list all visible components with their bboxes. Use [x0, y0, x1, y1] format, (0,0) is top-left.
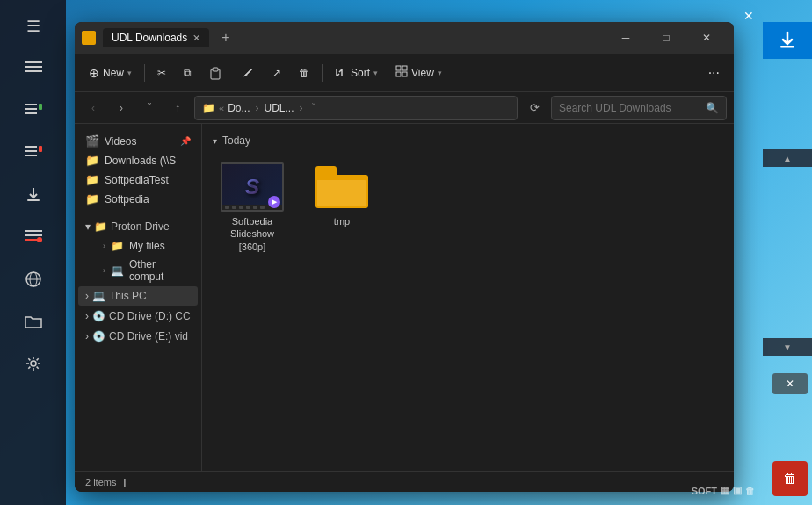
tab-close-icon[interactable]: ✕ [192, 32, 200, 44]
new-tab-button[interactable]: + [216, 28, 235, 47]
path-separator-1: « [219, 103, 224, 113]
section-label-text: Today [222, 134, 250, 147]
svg-rect-24 [402, 66, 407, 70]
share-icon: ↗ [272, 67, 281, 79]
paste-icon [209, 66, 223, 80]
videos-icon: 🎬 [85, 134, 99, 148]
maximize-button[interactable]: □ [646, 22, 686, 54]
myfiles-icon: 📁 [111, 240, 124, 252]
film-hole [239, 206, 243, 209]
toolbar-separator-2 [322, 64, 323, 82]
othercomputer-expand-icon: › [103, 266, 105, 275]
watermark: SOFT ▦ ▣ 🗑 [692, 485, 755, 496]
file-item-folder[interactable]: tmp [302, 157, 381, 258]
file-area: ▾ Today [202, 124, 734, 471]
section-today[interactable]: ▾ Today [213, 134, 723, 147]
paste-button[interactable] [202, 61, 230, 84]
minimize-button[interactable]: ─ [605, 22, 646, 54]
folder-thumbnail [310, 162, 373, 212]
share-button[interactable]: ↗ [265, 62, 288, 83]
address-path[interactable]: 📁 « Do... › UDL... › ˅ [194, 96, 518, 120]
sidebar-label-othercomputer: Other comput [129, 258, 191, 283]
rename-button[interactable] [234, 61, 262, 84]
watermark-icon2: ▣ [733, 485, 742, 496]
scroll-up-btn[interactable]: ▲ [763, 149, 812, 167]
status-count: 2 items [85, 477, 116, 487]
film-hole [225, 206, 229, 209]
sort-chevron-icon: ▾ [373, 69, 378, 77]
sidebar-this-pc[interactable]: › 💻 This PC [78, 286, 198, 306]
taskbar-icon-list3[interactable] [16, 135, 51, 170]
cddrive-e-icon: 💿 [92, 330, 105, 343]
sidebar-item-videos[interactable]: 🎬 Videos 📌 [78, 132, 198, 150]
sidebar-item-softpedia[interactable]: 📁 Softpedia [78, 190, 198, 208]
svg-point-15 [37, 237, 42, 242]
svg-rect-25 [396, 72, 401, 76]
this-pc-expand-icon: › [85, 290, 89, 302]
tab-title: UDL Downloads [112, 32, 187, 44]
corner-close-btn[interactable]: ✕ [740, 7, 758, 25]
sidebar-item-downloads[interactable]: 📁 Downloads (\\S [78, 151, 198, 170]
myfiles-expand-icon: › [103, 242, 105, 250]
taskbar-icon-list4[interactable] [16, 220, 51, 255]
sidebar-item-othercomputer[interactable]: › 💻 Other comput [96, 256, 198, 285]
sidebar-cddrive-e[interactable]: › 💿 CD Drive (E:) vid [78, 327, 198, 346]
cddrive-e-expand-icon: › [85, 330, 89, 343]
file-item-video[interactable]: S ▶ Softpedia Slideshow [360p] [213, 157, 292, 258]
path-chevron-2: › [299, 102, 302, 114]
taskbar-icon-menu[interactable]: ☰ [16, 9, 51, 44]
status-bar: 2 items | [75, 471, 734, 492]
more-options-button[interactable]: ··· [701, 61, 727, 85]
explorer-window: UDL Downloads ✕ + ─ □ ✕ ⊕ New ▾ ✂ ⧉ ↗ [75, 22, 734, 492]
watermark-icon1: ▦ [721, 485, 729, 496]
download-button[interactable] [763, 22, 812, 59]
refresh-button[interactable]: ⟳ [523, 97, 546, 119]
sort-label: Sort [351, 67, 370, 79]
folder-icon-large [315, 166, 368, 208]
close-button[interactable]: ✕ [686, 22, 727, 54]
sidebar: 🎬 Videos 📌 📁 Downloads (\\S 📁 SoftpediaT… [75, 124, 202, 471]
taskbar-icon-folder[interactable] [16, 304, 51, 339]
taskbar-icon-download[interactable] [16, 177, 51, 213]
svg-rect-0 [25, 61, 42, 63]
sidebar-item-softpediatest[interactable]: 📁 SoftpediaTest [78, 170, 198, 189]
forward-button[interactable]: › [110, 97, 133, 119]
sidebar-item-myfiles[interactable]: › 📁 My files [96, 237, 198, 255]
taskbar-icon-gear[interactable] [16, 346, 51, 381]
new-button[interactable]: ⊕ New ▾ [82, 61, 139, 84]
sidebar-label-cddrive-e: CD Drive (E:) vid [109, 330, 188, 343]
svg-rect-20 [780, 46, 794, 48]
tab-udl-downloads[interactable]: UDL Downloads ✕ [103, 28, 209, 47]
right-delete-btn[interactable]: 🗑 [772, 461, 808, 496]
cut-button[interactable]: ✂ [150, 62, 173, 83]
sidebar-label-this-pc: This PC [109, 290, 147, 302]
taskbar-icon-globe[interactable] [16, 262, 51, 297]
path-part-2: UDL... [264, 102, 294, 114]
pin-icon: 📌 [180, 136, 191, 146]
view-button[interactable]: View ▾ [388, 61, 449, 84]
back-button[interactable]: ‹ [82, 97, 105, 119]
section-chevron-icon: ▾ [213, 136, 217, 146]
view-icon [395, 65, 408, 80]
taskbar-icon-list2[interactable] [16, 93, 51, 128]
svg-rect-4 [25, 108, 37, 110]
svg-rect-3 [25, 104, 37, 105]
right-close-btn[interactable]: ✕ [772, 373, 808, 394]
search-input[interactable] [559, 102, 700, 114]
sort-button[interactable]: Sort ▾ [328, 62, 385, 83]
delete-button[interactable]: 🗑 [292, 62, 316, 83]
sidebar-proton-drive[interactable]: ▾ 📁 Proton Drive [78, 217, 198, 236]
search-icon: 🔍 [706, 102, 719, 114]
expand-button[interactable]: ˅ [138, 97, 161, 119]
scroll-down-btn[interactable]: ▼ [763, 338, 812, 356]
path-dropdown-btn[interactable]: ˅ [311, 102, 316, 114]
taskbar-icon-list1[interactable] [16, 51, 51, 86]
path-chevron-1: › [255, 102, 258, 114]
copy-button[interactable]: ⧉ [177, 62, 199, 83]
sidebar-label-downloads: Downloads (\\S [105, 155, 176, 167]
folder-icon [82, 31, 96, 45]
svg-rect-12 [25, 230, 42, 232]
up-button[interactable]: ↑ [166, 97, 189, 119]
downloads-icon: 📁 [85, 154, 99, 167]
sidebar-cddrive-d[interactable]: › 💿 CD Drive (D:) CC [78, 307, 198, 326]
